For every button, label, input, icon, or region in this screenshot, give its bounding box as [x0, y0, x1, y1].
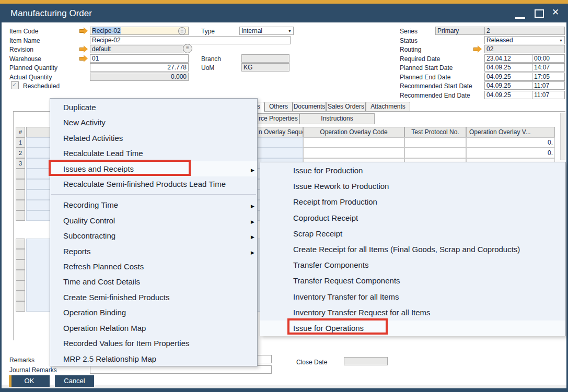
journal-remarks-field[interactable]: [90, 365, 272, 374]
grid-cell-overlay-value[interactable]: 0.: [466, 137, 555, 148]
revision-field[interactable]: default: [90, 45, 183, 53]
recommended-start-date-field[interactable]: 04.09.25: [484, 81, 532, 90]
series-number-field[interactable]: 2: [484, 27, 565, 35]
submenu-item-issue-for-operations[interactable]: Issue for Operations: [260, 320, 565, 336]
submenu-item-inventory-transfer-request-for-all-items[interactable]: Inventory Transfer Request for all Items: [260, 305, 565, 320]
subtab-instructions[interactable]: Instructions: [299, 113, 375, 124]
menu-item-mrp-25-relationship-map[interactable]: MRP 2.5 Relationship Map: [50, 351, 257, 366]
grid-cell[interactable]: [404, 148, 466, 158]
grid-cell-overlay-value[interactable]: 0.: [466, 148, 555, 158]
submenu-item-transfer-components[interactable]: Transfer Components: [260, 257, 565, 273]
type-dropdown[interactable]: Internal: [239, 27, 294, 35]
grid-cell[interactable]: [303, 148, 404, 158]
grid-cell[interactable]: [404, 137, 466, 148]
grid-row-number-empty[interactable]: [16, 200, 25, 210]
required-date-label: Required Date: [400, 55, 440, 63]
revision-link-arrow-icon[interactable]: [79, 45, 88, 52]
close-icon[interactable]: ✕: [550, 6, 561, 19]
grid-row-number[interactable]: 1: [16, 137, 25, 148]
series-label: Series: [400, 28, 418, 35]
planned-end-date-field[interactable]: 04.09.25: [484, 73, 532, 81]
uom-field[interactable]: KG: [241, 63, 289, 72]
menu-item-recalculate-semi-finished[interactable]: Recalculate Semi-finished Products Lead …: [50, 176, 257, 192]
routing-link-arrow-icon[interactable]: [473, 45, 482, 52]
cancel-button[interactable]: Cancel: [55, 375, 94, 387]
submenu-item-scrap-receipt[interactable]: Scrap Receipt: [260, 226, 565, 242]
item-code-link-arrow-icon[interactable]: [79, 27, 88, 34]
grid-row-number-empty[interactable]: [16, 189, 25, 200]
grid-row-number-empty[interactable]: [16, 210, 25, 221]
menu-item-refresh-planned-costs[interactable]: Refresh Planned Costs: [50, 259, 257, 274]
menu-item-recorded-values-for-item-properties[interactable]: Recorded Values for Item Properties: [50, 336, 257, 351]
grid2-row-number-empty[interactable]: [16, 259, 25, 270]
menu-item-recording-time[interactable]: Recording Time: [50, 197, 257, 212]
item-code-label: Item Code: [9, 28, 38, 35]
routing-field[interactable]: 02: [484, 45, 565, 53]
grid2-row-number-empty[interactable]: [16, 301, 25, 312]
grid-col-operation-overlay-code[interactable]: Operation Overlay Code: [303, 127, 404, 137]
required-date-field[interactable]: 23.04.12: [484, 54, 532, 63]
submenu-item-issue-rework-to-production[interactable]: Issue Rework to Production: [260, 179, 565, 194]
series-field[interactable]: Primary: [435, 27, 485, 35]
recommended-end-time-field[interactable]: 11:07: [532, 91, 565, 99]
grid2-row-number-empty[interactable]: [16, 291, 25, 301]
recommended-start-time-field[interactable]: 11:07: [532, 81, 565, 90]
rescheduled-checkbox[interactable]: [11, 81, 19, 89]
grid-col-test-protocol-no[interactable]: Test Protocol No.: [404, 127, 466, 137]
item-name-field[interactable]: Recipe-02: [90, 36, 291, 44]
minimize-icon[interactable]: [515, 17, 525, 19]
grid2-row-number-empty[interactable]: [16, 239, 25, 249]
warehouse-link-arrow-icon[interactable]: [79, 55, 88, 62]
required-time-field[interactable]: 00:00: [532, 54, 565, 63]
grid-row-number-empty[interactable]: [16, 169, 25, 179]
menu-item-operation-binding[interactable]: Operation Binding: [50, 305, 257, 320]
grid-row-number-empty[interactable]: [16, 179, 25, 189]
choose-from-list-icon[interactable]: [178, 27, 186, 35]
recommended-end-date-field[interactable]: 04.09.25: [484, 91, 532, 99]
maximize-icon[interactable]: [535, 9, 544, 18]
planned-quantity-field[interactable]: 27.778: [90, 63, 189, 72]
menu-item-reports[interactable]: Reports: [50, 244, 257, 259]
menu-item-create-semi-finished-products[interactable]: Create Semi-finished Products: [50, 290, 257, 305]
status-dropdown[interactable]: Released: [484, 36, 565, 44]
close-date-field[interactable]: [344, 357, 388, 365]
manufacturing-order-window: Manufacturing Order ✕ Item Code Recipe-0…: [0, 0, 568, 392]
tab-attachments[interactable]: Attachments: [366, 102, 410, 111]
submenu-item-transfer-request-components[interactable]: Transfer Request Components: [260, 273, 565, 289]
submenu-item-receipt-from-production[interactable]: Receipt from Production: [260, 194, 565, 210]
submenu-item-issue-for-production[interactable]: Issue for Production: [260, 163, 565, 179]
actual-quantity-field[interactable]: 0.000: [90, 73, 189, 81]
grid2-row-number-empty[interactable]: [16, 249, 25, 259]
menu-item-related-activities[interactable]: Related Activities: [50, 130, 257, 146]
branch-field[interactable]: [241, 54, 289, 63]
menu-item-new-activity[interactable]: New Activity: [50, 115, 257, 130]
menu-item-recalculate-lead-time[interactable]: Recalculate Lead Time: [50, 146, 257, 161]
item-code-field[interactable]: Recipe-02: [90, 27, 189, 35]
menu-item-operation-relation-map[interactable]: Operation Relation Map: [50, 320, 257, 336]
grid-row-number[interactable]: 3: [16, 158, 25, 169]
menu-item-duplicate[interactable]: Duplicate: [50, 100, 257, 115]
menu-item-subcontracting[interactable]: Subcontracting: [50, 228, 257, 243]
grid-col-operation-overlay-value[interactable]: Operation Overlay V...: [466, 127, 555, 137]
submenu-item-coproduct-receipt[interactable]: Coproduct Receipt: [260, 210, 565, 226]
submenu-item-create-receipt-for-all-items[interactable]: Create Receipt for all Items (Final Good…: [260, 242, 565, 257]
menu-item-issues-and-receipts[interactable]: Issues and Receipts: [50, 161, 257, 176]
window-accent-bar: [0, 0, 568, 4]
grid-scrollbar[interactable]: [560, 113, 565, 160]
grid2-row-number-empty[interactable]: [16, 280, 25, 291]
planned-start-date-field[interactable]: 04.09.25: [484, 63, 532, 72]
menu-item-time-and-cost-details[interactable]: Time and Cost Details: [50, 274, 257, 289]
tab-documents[interactable]: Documents: [293, 102, 326, 111]
warehouse-field[interactable]: 01: [90, 54, 189, 63]
planned-start-time-field[interactable]: 14:07: [532, 63, 565, 72]
submenu-item-inventory-transfer-for-all-items[interactable]: Inventory Transfer for all Items: [260, 289, 565, 305]
grid-cell[interactable]: [303, 137, 404, 148]
grid-row-number[interactable]: 2: [16, 148, 25, 158]
tab-others[interactable]: Others: [264, 102, 293, 111]
menu-item-quality-control[interactable]: Quality Control: [50, 213, 257, 228]
planned-end-time-field[interactable]: 17:05: [532, 73, 565, 81]
grid2-row-number-empty[interactable]: [16, 270, 25, 280]
tab-sales-orders[interactable]: Sales Orders: [326, 102, 366, 111]
revision-list-icon[interactable]: [183, 44, 192, 53]
ok-button[interactable]: OK: [9, 375, 50, 387]
